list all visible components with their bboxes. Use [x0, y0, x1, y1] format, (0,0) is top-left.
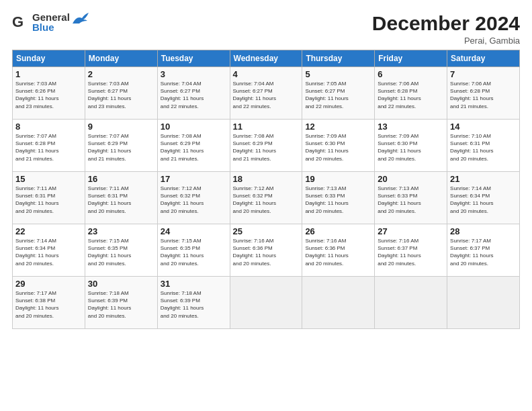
day-info: Sunrise: 7:06 AMSunset: 6:28 PMDaylight:…: [378, 81, 420, 109]
day-number: 15: [15, 174, 82, 184]
day-info: Sunrise: 7:14 AMSunset: 6:34 PMDaylight:…: [450, 185, 493, 214]
table-row: 9Sunrise: 7:07 AMSunset: 6:29 PMDaylight…: [85, 120, 157, 172]
day-info: Sunrise: 7:11 AMSunset: 6:31 PMDaylight:…: [88, 185, 131, 214]
table-row: 14Sunrise: 7:10 AMSunset: 6:31 PMDayligh…: [447, 120, 520, 172]
day-info: Sunrise: 7:13 AMSunset: 6:33 PMDaylight:…: [305, 185, 348, 214]
day-number: 13: [378, 122, 444, 132]
day-info: Sunrise: 7:12 AMSunset: 6:32 PMDaylight:…: [233, 185, 276, 214]
day-number: 20: [378, 174, 444, 184]
table-row: [230, 277, 302, 329]
table-row: 24Sunrise: 7:15 AMSunset: 6:35 PMDayligh…: [157, 224, 230, 277]
day-info: Sunrise: 7:11 AMSunset: 6:31 PMDaylight:…: [15, 185, 58, 214]
table-row: 28Sunrise: 7:17 AMSunset: 6:37 PMDayligh…: [447, 224, 520, 277]
table-row: 12Sunrise: 7:09 AMSunset: 6:30 PMDayligh…: [302, 120, 375, 172]
day-info: Sunrise: 7:16 AMSunset: 6:36 PMDaylight:…: [305, 238, 348, 267]
svg-text:G: G: [12, 13, 24, 30]
table-row: 30Sunrise: 7:18 AMSunset: 6:39 PMDayligh…: [85, 277, 157, 329]
table-row: 8Sunrise: 7:07 AMSunset: 6:28 PMDaylight…: [13, 120, 85, 172]
table-row: 7Sunrise: 7:06 AMSunset: 6:28 PMDaylight…: [447, 67, 520, 120]
calendar-week-row: 1Sunrise: 7:03 AMSunset: 6:26 PMDaylight…: [13, 67, 520, 120]
location: Perai, Gambia: [372, 36, 520, 46]
day-number: 27: [378, 226, 444, 236]
day-info: Sunrise: 7:15 AMSunset: 6:35 PMDaylight:…: [161, 238, 204, 267]
day-info: Sunrise: 7:16 AMSunset: 6:37 PMDaylight:…: [378, 238, 420, 267]
calendar-week-row: 15Sunrise: 7:11 AMSunset: 6:31 PMDayligh…: [13, 172, 520, 224]
day-info: Sunrise: 7:14 AMSunset: 6:34 PMDaylight:…: [15, 238, 58, 267]
logo: G General Blue: [12, 12, 90, 32]
table-row: [375, 277, 447, 329]
day-number: 2: [88, 69, 154, 79]
day-info: Sunrise: 7:03 AMSunset: 6:26 PMDaylight:…: [15, 81, 58, 109]
day-number: 18: [233, 174, 300, 184]
table-row: 19Sunrise: 7:13 AMSunset: 6:33 PMDayligh…: [302, 172, 375, 224]
day-number: 10: [161, 122, 227, 132]
day-info: Sunrise: 7:04 AMSunset: 6:27 PMDaylight:…: [233, 81, 276, 109]
day-number: 9: [88, 122, 154, 132]
col-tuesday: Tuesday: [157, 50, 230, 67]
col-saturday: Saturday: [447, 50, 520, 67]
day-number: 7: [450, 69, 517, 79]
day-number: 8: [15, 122, 82, 132]
table-row: 21Sunrise: 7:14 AMSunset: 6:34 PMDayligh…: [447, 172, 520, 224]
day-number: 25: [233, 226, 300, 236]
brand-general: General: [32, 12, 70, 22]
day-info: Sunrise: 7:09 AMSunset: 6:30 PMDaylight:…: [378, 133, 420, 162]
day-info: Sunrise: 7:04 AMSunset: 6:27 PMDaylight:…: [161, 81, 204, 109]
table-row: 1Sunrise: 7:03 AMSunset: 6:26 PMDaylight…: [13, 67, 85, 120]
day-number: 29: [15, 279, 82, 289]
table-row: [302, 277, 375, 329]
col-sunday: Sunday: [13, 50, 85, 67]
table-row: 13Sunrise: 7:09 AMSunset: 6:30 PMDayligh…: [375, 120, 447, 172]
table-row: 17Sunrise: 7:12 AMSunset: 6:32 PMDayligh…: [157, 172, 230, 224]
bird-icon: [71, 11, 90, 26]
table-row: 25Sunrise: 7:16 AMSunset: 6:36 PMDayligh…: [230, 224, 302, 277]
day-number: 12: [305, 122, 371, 132]
table-row: 18Sunrise: 7:12 AMSunset: 6:32 PMDayligh…: [230, 172, 302, 224]
month-title: December 2024: [372, 12, 520, 34]
table-row: 27Sunrise: 7:16 AMSunset: 6:37 PMDayligh…: [375, 224, 447, 277]
day-number: 24: [161, 226, 227, 236]
table-row: 3Sunrise: 7:04 AMSunset: 6:27 PMDaylight…: [157, 67, 230, 120]
col-wednesday: Wednesday: [230, 50, 302, 67]
col-friday: Friday: [375, 50, 447, 67]
brand-blue: Blue: [32, 22, 70, 32]
day-number: 1: [15, 69, 82, 79]
day-number: 5: [305, 69, 371, 79]
day-number: 6: [378, 69, 444, 79]
brand-name: General Blue: [32, 12, 70, 32]
day-number: 31: [161, 279, 227, 289]
calendar-week-row: 8Sunrise: 7:07 AMSunset: 6:28 PMDaylight…: [13, 120, 520, 172]
day-number: 11: [233, 122, 300, 132]
day-number: 21: [450, 174, 517, 184]
table-row: 23Sunrise: 7:15 AMSunset: 6:35 PMDayligh…: [85, 224, 157, 277]
table-row: 22Sunrise: 7:14 AMSunset: 6:34 PMDayligh…: [13, 224, 85, 277]
table-row: 6Sunrise: 7:06 AMSunset: 6:28 PMDaylight…: [375, 67, 447, 120]
day-info: Sunrise: 7:18 AMSunset: 6:39 PMDaylight:…: [161, 290, 204, 319]
day-info: Sunrise: 7:18 AMSunset: 6:39 PMDaylight:…: [88, 290, 131, 319]
day-info: Sunrise: 7:15 AMSunset: 6:35 PMDaylight:…: [88, 238, 131, 267]
table-row: 16Sunrise: 7:11 AMSunset: 6:31 PMDayligh…: [85, 172, 157, 224]
table-row: 29Sunrise: 7:17 AMSunset: 6:38 PMDayligh…: [13, 277, 85, 329]
day-info: Sunrise: 7:13 AMSunset: 6:33 PMDaylight:…: [378, 185, 420, 214]
table-row: 5Sunrise: 7:05 AMSunset: 6:27 PMDaylight…: [302, 67, 375, 120]
col-thursday: Thursday: [302, 50, 375, 67]
day-number: 26: [305, 226, 371, 236]
day-number: 14: [450, 122, 517, 132]
page: G General Blue December 2024 Perai, Gamb…: [0, 0, 532, 411]
day-info: Sunrise: 7:12 AMSunset: 6:32 PMDaylight:…: [161, 185, 204, 214]
day-number: 17: [161, 174, 227, 184]
day-info: Sunrise: 7:07 AMSunset: 6:29 PMDaylight:…: [88, 133, 131, 162]
calendar-week-row: 29Sunrise: 7:17 AMSunset: 6:38 PMDayligh…: [13, 277, 520, 329]
day-info: Sunrise: 7:08 AMSunset: 6:29 PMDaylight:…: [233, 133, 276, 162]
day-info: Sunrise: 7:17 AMSunset: 6:38 PMDaylight:…: [15, 290, 58, 319]
day-info: Sunrise: 7:09 AMSunset: 6:30 PMDaylight:…: [305, 133, 348, 162]
day-number: 30: [88, 279, 154, 289]
day-info: Sunrise: 7:06 AMSunset: 6:28 PMDaylight:…: [450, 81, 493, 109]
calendar-header-row: Sunday Monday Tuesday Wednesday Thursday…: [13, 50, 520, 67]
title-area: December 2024 Perai, Gambia: [372, 12, 520, 46]
day-info: Sunrise: 7:03 AMSunset: 6:27 PMDaylight:…: [88, 81, 131, 109]
table-row: 2Sunrise: 7:03 AMSunset: 6:27 PMDaylight…: [85, 67, 157, 120]
day-number: 3: [161, 69, 227, 79]
day-number: 23: [88, 226, 154, 236]
day-info: Sunrise: 7:07 AMSunset: 6:28 PMDaylight:…: [15, 133, 58, 162]
